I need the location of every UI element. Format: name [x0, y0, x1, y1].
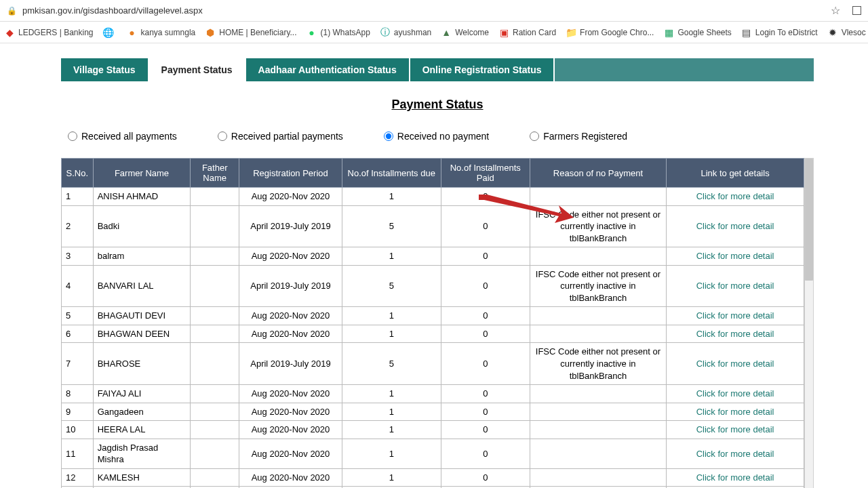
cell-farmer: HEERA LAL	[93, 421, 191, 439]
link-more-detail[interactable]: Click for more detail	[666, 403, 804, 421]
cell-paid: 0	[441, 385, 530, 403]
cell-father	[191, 307, 239, 325]
scrollbar-thumb[interactable]	[805, 159, 813, 281]
browser-address-bar: 🔒 pmkisan.gov.in/gisdashboard/villagelev…	[0, 0, 868, 22]
th-link: Link to get details	[666, 159, 804, 188]
table-row: 4BANVARI LALApril 2019-July 201950IFSC C…	[62, 265, 804, 307]
cell-reason	[530, 385, 666, 403]
link-more-detail[interactable]: Click for more detail	[666, 439, 804, 468]
cell-reason: IFSC Code either not present or currentl…	[530, 265, 666, 307]
cell-father	[191, 247, 239, 266]
cell-farmer: ANISH AHMAD	[93, 188, 191, 206]
radio-none[interactable]	[384, 131, 393, 141]
radio-partial[interactable]	[218, 131, 227, 141]
cell-father	[191, 403, 239, 421]
bookmarks-bar: ◆LEDGERS | Banking 🌐 ●kanya sumngla ⬢HOM…	[0, 22, 868, 43]
tab-village-status[interactable]: Village Status	[61, 58, 148, 81]
bookmark-edistrict[interactable]: ▤Login To eDistrict	[741, 27, 818, 38]
table-row: 12KAMLESHAug 2020-Nov 202010Click for mo…	[62, 468, 804, 487]
bookmark-label: From Google Chro...	[580, 28, 654, 37]
filter-partial-payments[interactable]: Received partial payments	[218, 131, 343, 142]
bookmark-ledgers[interactable]: ◆LEDGERS | Banking	[4, 27, 94, 38]
cell-reason	[530, 307, 666, 325]
cell-sno: 9	[62, 403, 94, 421]
cell-paid: 0	[441, 403, 530, 421]
bookmark-icon: ▣	[498, 27, 509, 38]
filter-all-payments[interactable]: Received all payments	[68, 131, 177, 142]
table-row: 9GangadeenAug 2020-Nov 202010Click for m…	[62, 403, 804, 421]
bookmark-welcome[interactable]: ▲Welcome	[441, 27, 489, 38]
cell-reason: IFSC Code either not present or currentl…	[530, 343, 666, 385]
cell-father	[191, 421, 239, 439]
cell-paid: 0	[441, 188, 530, 206]
link-more-detail[interactable]: Click for more detail	[666, 247, 804, 266]
cell-sno: 10	[62, 421, 94, 439]
cell-due: 1	[342, 468, 441, 487]
cell-sno: 8	[62, 385, 94, 403]
cell-paid: 0	[441, 205, 530, 247]
cell-sno: 7	[62, 343, 94, 385]
cell-due: 1	[342, 439, 441, 468]
cell-reg: Aug 2020-Nov 2020	[239, 385, 342, 403]
table-row: 5BHAGAUTI DEVIAug 2020-Nov 202010Click f…	[62, 307, 804, 325]
link-more-detail[interactable]: Click for more detail	[666, 343, 804, 385]
cell-father	[191, 325, 239, 343]
bookmark-sheets[interactable]: ▦Google Sheets	[663, 27, 731, 38]
link-more-detail[interactable]: Click for more detail	[666, 188, 804, 206]
link-more-detail[interactable]: Click for more detail	[666, 468, 804, 487]
filter-farmers-registered[interactable]: Farmers Registered	[530, 131, 627, 142]
cell-sno: 11	[62, 439, 94, 468]
maximize-icon[interactable]	[852, 6, 861, 15]
link-more-detail[interactable]: Click for more detail	[666, 421, 804, 439]
cell-sno: 2	[62, 205, 94, 247]
filter-no-payment[interactable]: Received no payment	[384, 131, 489, 142]
radio-registered[interactable]	[530, 131, 539, 141]
radio-all[interactable]	[68, 131, 77, 141]
cell-paid: 0	[441, 325, 530, 343]
bookmark-star-icon[interactable]: ☆	[831, 4, 840, 17]
tab-registration-status[interactable]: Online Registration Status	[410, 58, 554, 81]
cell-farmer: BHAROSE	[93, 343, 191, 385]
bookmark-globe[interactable]: 🌐	[103, 27, 117, 38]
link-more-detail[interactable]: Click for more detail	[666, 205, 804, 247]
bookmark-whatsapp[interactable]: ●(1) WhatsApp	[307, 27, 370, 38]
cell-father	[191, 343, 239, 385]
cell-due: 5	[342, 205, 441, 247]
cell-paid: 0	[441, 307, 530, 325]
link-more-detail[interactable]: Click for more detail	[666, 307, 804, 325]
bookmark-icon: ▲	[441, 27, 452, 38]
link-more-detail[interactable]: Click for more detail	[666, 385, 804, 403]
bookmark-home[interactable]: ⬢HOME | Beneficiary...	[205, 27, 296, 38]
bookmark-label: Welcome	[455, 28, 489, 37]
table-header-row: S.No. Farmer Name Father Name Registrati…	[62, 159, 804, 188]
bookmark-vlesoc[interactable]: ✹Vlesoc	[827, 27, 866, 38]
bookmark-ration[interactable]: ▣Ration Card	[498, 27, 556, 38]
table-scrollbar[interactable]	[804, 158, 814, 488]
bookmark-label: HOME | Beneficiary...	[219, 28, 296, 37]
payment-filter-group: Received all payments Received partial p…	[68, 131, 814, 142]
cell-paid: 0	[441, 265, 530, 307]
cell-father	[191, 265, 239, 307]
bookmark-chrome[interactable]: 📁From Google Chro...	[566, 27, 654, 38]
bookmark-kanya[interactable]: ●kanya sumngla	[127, 27, 196, 38]
cell-due: 1	[342, 403, 441, 421]
cell-farmer: BANVARI LAL	[93, 265, 191, 307]
th-reason: Reason of no Payment	[530, 159, 666, 188]
cell-reg: Aug 2020-Nov 2020	[239, 188, 342, 206]
table-row: 1ANISH AHMADAug 2020-Nov 202010Click for…	[62, 188, 804, 206]
cell-reg: Aug 2020-Nov 2020	[239, 307, 342, 325]
cell-sno: 4	[62, 265, 94, 307]
cell-reason	[530, 421, 666, 439]
table-row: 8FAIYAJ ALIAug 2020-Nov 202010Click for …	[62, 385, 804, 403]
cell-reason	[530, 439, 666, 468]
bookmark-ayushman[interactable]: ⓘayushman	[380, 27, 431, 38]
cell-paid: 0	[441, 421, 530, 439]
link-more-detail[interactable]: Click for more detail	[666, 325, 804, 343]
cell-reason: IFSC Code either not present or currentl…	[530, 205, 666, 247]
bookmark-label: ayushman	[394, 28, 431, 37]
link-more-detail[interactable]: Click for more detail	[666, 265, 804, 307]
payment-status-table: S.No. Farmer Name Father Name Registrati…	[61, 158, 804, 488]
tab-aadhaar-status[interactable]: Aadhaar Authentication Status	[246, 58, 409, 81]
tab-payment-status[interactable]: Payment Status	[149, 58, 245, 81]
globe-icon: 🌐	[103, 27, 114, 38]
